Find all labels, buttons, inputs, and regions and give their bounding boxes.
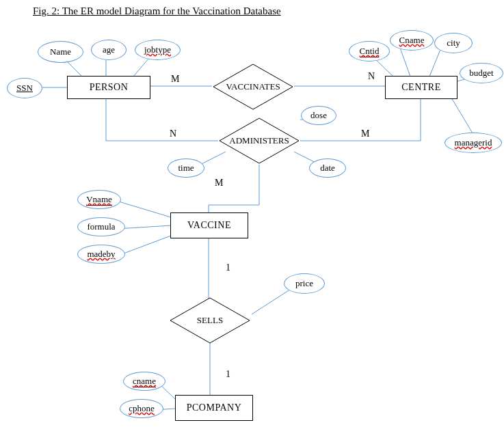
svg-line-25 [252,287,294,314]
attr-time: time [168,159,204,178]
card-centre-vaccinates: N [368,71,375,82]
attr-budget: budget [460,63,503,83]
relationship-administers: ADMINISTERS [218,117,300,165]
card-person-administers: N [170,128,176,139]
attr-cname: cname [123,372,165,391]
relationship-sells: SELLS [169,297,251,344]
entity-centre: CENTRE [385,76,457,99]
attr-cntid: Cntid [349,41,390,61]
svg-line-8 [429,48,441,77]
attr-price: price [284,273,325,294]
attr-cphone: cphone [120,399,163,418]
attr-formula: formula [77,217,125,236]
attr-dose: dose [301,106,336,125]
attr-name: Name [38,41,83,63]
entity-pcompany: PCOMPANY [175,395,253,421]
card-vaccine-sells: 1 [226,262,230,273]
relationship-vaccinates: VACCINATES [212,63,294,111]
attr-jobtype: jobtype [135,40,181,60]
attr-vname: Vname [77,190,121,209]
relationship-vaccinates-label: VACCINATES [212,63,294,111]
card-vaccine-administers: M [215,178,223,189]
relationship-administers-label: ADMINISTERS [218,117,300,165]
attr-madeby: madeby [77,245,125,264]
card-centre-administers: M [361,128,369,139]
figure-title: Fig. 2: The ER model Diagram for the Vac… [33,5,281,17]
card-pcompany-sells: 1 [226,369,230,380]
entity-vaccine: VACCINE [170,212,248,238]
relationship-sells-label: SELLS [169,297,251,344]
svg-line-21 [114,200,171,217]
attr-date: date [309,159,346,178]
entity-person: PERSON [67,76,150,99]
svg-line-7 [400,48,410,77]
attr-ssn: SSN [7,78,42,98]
attr-city: city [434,33,473,53]
card-person-vaccinates: M [171,74,179,85]
attr-age: age [91,40,127,60]
attr-managerid: managerid [445,133,502,153]
attr-cname-centre: Cname [390,30,434,51]
er-diagram: Fig. 2: The ER model Diagram for the Vac… [0,0,504,440]
